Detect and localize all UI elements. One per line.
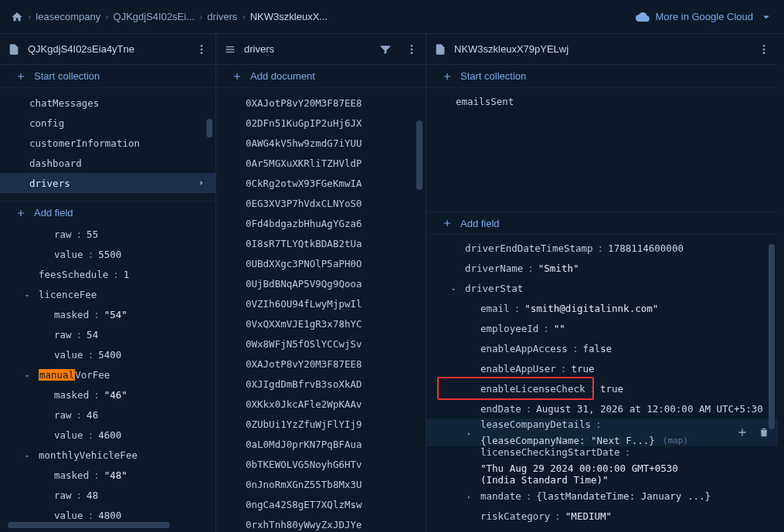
document-row[interactable]: 0Fd4bdgazbHhuAgYGza6	[216, 213, 426, 233]
document-row[interactable]: 02DFn51KuGpIP2uHj6JX	[216, 113, 426, 133]
document-row[interactable]: 0Wx8WFjN5fOSlYCCwjSv	[216, 334, 426, 354]
document-row[interactable]: 0UBdXXgc3PNOlP5aPH0O	[216, 253, 426, 273]
breadcrumb-item[interactable]: QJKgdjS4I02sEi...	[114, 11, 195, 22]
document-row[interactable]: 0rxhTnh80yWwyZxJDJYe	[216, 514, 426, 532]
document-row[interactable]: 0ZUbUi1YzZfuWjFlYIj9	[216, 414, 426, 434]
field-row[interactable]: masked:"46"	[0, 385, 216, 405]
field-row[interactable]: value:4600	[0, 425, 216, 445]
document-row[interactable]: 0AWG4kV5hw9zmdG7iYUU	[216, 133, 426, 153]
field-row[interactable]: leaseCompanyDetails:{leaseCompanyName: "…	[426, 418, 778, 446]
field-key: enableAppUser	[480, 363, 556, 374]
field-row[interactable]: masked:"54"	[0, 304, 216, 324]
vertical-scrollbar[interactable]	[769, 244, 776, 501]
add-document-button[interactable]: Add document	[216, 65, 426, 88]
document-row[interactable]: 0I8sR7TLYQtkBDAB2tUa	[216, 233, 426, 253]
svg-point-2	[201, 52, 203, 54]
field-row[interactable]: enableLicenseCheck:true	[426, 378, 778, 398]
field-row[interactable]: mandate:{lastMandateTime: January ...}	[426, 486, 778, 506]
field-row[interactable]: email:"smith@digitalinnk.com"	[426, 298, 778, 318]
field-row[interactable]: raw:46	[0, 405, 216, 425]
field-value: false	[582, 343, 612, 354]
subcollection-row[interactable]: emailsSent	[426, 91, 778, 111]
breadcrumb-item[interactable]: leasecompany	[36, 11, 100, 22]
field-row[interactable]: monthlyVehicleFee	[0, 445, 216, 465]
disclosure-triangle-icon[interactable]	[23, 451, 31, 459]
more-icon[interactable]	[406, 43, 418, 56]
field-row[interactable]: raw:48	[0, 485, 216, 505]
field-row[interactable]: value:5400	[0, 344, 216, 364]
breadcrumb-item[interactable]: drivers	[207, 11, 237, 22]
add-field-button[interactable]: Add field	[426, 212, 778, 235]
document-row[interactable]: 0XKkx0JkcAFle2WpKAAv	[216, 394, 426, 414]
field-colon: :	[555, 510, 561, 522]
document-row[interactable]: 0nJnoRmXGnZ55Tb8Mx3U	[216, 474, 426, 494]
document-row[interactable]: 0XAJotP8vY20M3F87EE8	[216, 354, 426, 374]
collection-row[interactable]: dashboard	[0, 153, 216, 173]
field-row[interactable]: enableAppAccess:false	[426, 338, 778, 358]
field-value: 5400	[98, 349, 121, 361]
field-row[interactable]: endDate:August 31, 2026 at 12:00:00 AM U…	[426, 398, 778, 418]
add-field-button[interactable]: Add field	[0, 201, 216, 224]
home-icon[interactable]	[11, 11, 23, 23]
horizontal-scrollbar-thumb[interactable]	[8, 522, 170, 528]
start-collection-button[interactable]: Start collection	[426, 65, 778, 88]
document-row[interactable]: 0aL0MdJ0prKN7PqBFAua	[216, 434, 426, 454]
disclosure-triangle-icon[interactable]	[465, 429, 473, 436]
field-row[interactable]: licenseCheckingStartDate:"Thu Aug 29 202…	[426, 446, 778, 486]
document-row[interactable]: 0Ar5MGXuXKRliTZHVldP	[216, 153, 426, 173]
start-collection-button[interactable]: Start collection	[0, 65, 216, 88]
vertical-scrollbar-thumb[interactable]	[206, 119, 212, 137]
field-key: raw	[54, 329, 72, 341]
field-row[interactable]: manualVorFee	[0, 364, 216, 385]
field-row[interactable]: value:5500	[0, 244, 216, 264]
field-row[interactable]: driverStat	[426, 278, 778, 298]
field-row[interactable]: driverName:"Smith"	[426, 258, 778, 278]
more-in-google-cloud-link[interactable]: More in Google Cloud	[636, 10, 773, 24]
vertical-scrollbar-thumb[interactable]	[769, 244, 775, 429]
field-value: 5500	[98, 249, 121, 260]
more-icon[interactable]	[758, 43, 770, 56]
document-row[interactable]: 0ngCa42S8gET7XQlzMsw	[216, 494, 426, 514]
field-row[interactable]: riskCategory:"MEDIUM"	[426, 506, 778, 526]
add-icon[interactable]	[736, 426, 748, 439]
document-row[interactable]: 0UjBdBNqAP5V9Qg9Qooa	[216, 273, 426, 293]
field-row[interactable]: feesSchedule:1	[0, 264, 216, 284]
vertical-scrollbar[interactable]	[416, 120, 424, 524]
document-row[interactable]: 0VxQXXmVJE1gR3x78hYC	[216, 313, 426, 334]
horizontal-scrollbar[interactable]	[8, 521, 205, 529]
disclosure-triangle-icon[interactable]	[23, 371, 31, 378]
disclosure-triangle-icon[interactable]	[465, 492, 473, 500]
collection-row[interactable]: customerInformation	[0, 133, 216, 153]
chevron-right-icon: ›	[28, 11, 31, 22]
field-colon: :	[76, 229, 83, 240]
field-row[interactable]: raw:55	[0, 224, 216, 244]
vertical-scrollbar-thumb[interactable]	[416, 120, 423, 190]
vertical-scrollbar[interactable]	[206, 119, 214, 524]
field-key: mandate	[480, 490, 521, 502]
document-row[interactable]: 0XAJotP8vY20M3F87EE8	[216, 93, 426, 113]
breadcrumb-item[interactable]: NKW3szkleuxX...	[250, 11, 328, 22]
svg-point-8	[763, 52, 765, 54]
field-row[interactable]: licenceFee	[0, 284, 216, 304]
field-row[interactable]: masked:"48"	[0, 465, 216, 485]
field-value: 4800	[98, 510, 121, 521]
disclosure-triangle-icon[interactable]	[450, 284, 457, 292]
more-icon[interactable]	[195, 43, 208, 56]
document-row[interactable]: 0VZIh6OU94fLwyMjpwIl	[216, 293, 426, 313]
filter-icon[interactable]	[379, 43, 392, 56]
collection-row[interactable]: config	[0, 113, 216, 133]
disclosure-triangle-icon[interactable]	[23, 290, 31, 298]
field-row[interactable]: driverEndDateTimeStamp:1788114600000	[426, 238, 778, 258]
document-row[interactable]: 0bTKEWOLVG5NoyhG6HTv	[216, 454, 426, 474]
field-row[interactable]: sendEmail:false	[426, 526, 778, 532]
document-row[interactable]: 0EG3XV3P7hVdxCLNYoS0	[216, 193, 426, 213]
start-collection-label: Start collection	[460, 70, 526, 82]
plus-icon	[442, 218, 453, 229]
collection-row[interactable]: chatMessages	[0, 93, 216, 113]
field-row[interactable]: employeeId:""	[426, 318, 778, 338]
field-row[interactable]: enableAppUser:true	[426, 358, 778, 378]
field-row[interactable]: raw:54	[0, 324, 216, 344]
document-row[interactable]: 0CkRg2otwX93FGeKmwIA	[216, 173, 426, 193]
collection-row[interactable]: drivers	[0, 173, 216, 193]
document-row[interactable]: 0XJIgdDmBfrvB3soXkAD	[216, 374, 426, 394]
